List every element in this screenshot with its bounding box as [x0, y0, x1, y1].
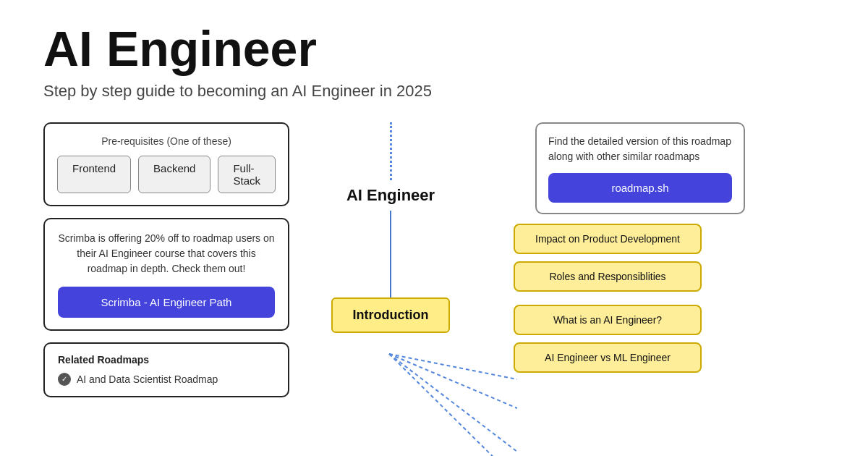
left-column: Pre-requisites (One of these) Frontend B… — [43, 122, 289, 397]
page-title: AI Engineer — [43, 22, 825, 76]
node-roles[interactable]: Roles and Responsiblities — [514, 261, 702, 292]
promo-card: Scrimba is offering 20% off to roadmap u… — [43, 218, 289, 331]
page-subtitle: Step by step guide to becoming an AI Eng… — [43, 82, 825, 101]
right-nodes: Impact on Product Development Roles and … — [514, 224, 702, 373]
prerequisites-card: Pre-requisites (One of these) Frontend B… — [43, 122, 289, 206]
node-vs-ml[interactable]: AI Engineer vs ML Engineer — [514, 342, 702, 373]
related-title: Related Roadmaps — [58, 354, 275, 366]
pill-frontend[interactable]: Frontend — [57, 156, 131, 193]
roadmap-button[interactable]: roadmap.sh — [548, 173, 732, 203]
related-item-label: AI and Data Scientist Roadmap — [77, 373, 218, 385]
related-card: Related Roadmaps ✓ AI and Data Scientist… — [43, 342, 289, 397]
pill-fullstack[interactable]: Full-Stack — [218, 156, 276, 193]
center-column: AI Engineer Introduction — [289, 122, 492, 397]
check-icon: ✓ — [58, 373, 71, 386]
node-what-is[interactable]: What is an AI Engineer? — [514, 305, 702, 335]
prerequisites-title: Pre-requisites (One of these) — [58, 135, 275, 147]
node-impact[interactable]: Impact on Product Development — [514, 224, 702, 254]
right-column: Find the detailed version of this roadma… — [492, 122, 825, 397]
dotted-line-top — [390, 122, 392, 180]
info-card: Find the detailed version of this roadma… — [535, 122, 745, 214]
info-card-text: Find the detailed version of this roadma… — [548, 134, 732, 164]
page-wrapper: AI Engineer Step by step guide to becomi… — [0, 0, 868, 456]
related-item: ✓ AI and Data Scientist Roadmap — [58, 373, 275, 386]
intro-node[interactable]: Introduction — [331, 297, 451, 333]
pill-backend[interactable]: Backend — [138, 156, 210, 193]
promo-text: Scrimba is offering 20% off to roadmap u… — [58, 231, 275, 276]
pill-row: Frontend Backend Full-Stack — [58, 156, 275, 193]
content-area: Pre-requisites (One of these) Frontend B… — [43, 122, 825, 397]
center-ai-engineer-label: AI Engineer — [346, 186, 435, 205]
solid-line-down — [390, 211, 391, 297]
scrimba-button[interactable]: Scrimba - AI Engineer Path — [58, 287, 275, 318]
